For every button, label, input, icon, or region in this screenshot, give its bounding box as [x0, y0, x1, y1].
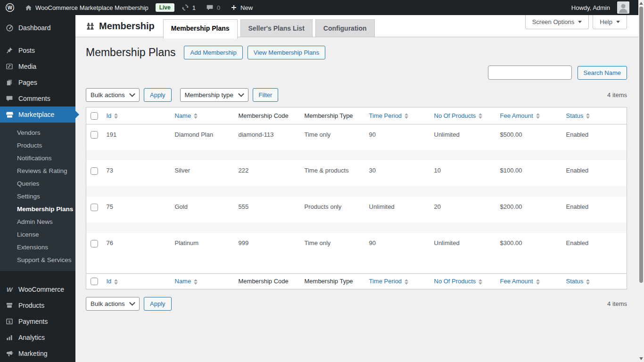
- sidebar-item-marketplace[interactable]: Marketplace: [0, 107, 75, 123]
- membership-type-select-wrap: Membership type: [180, 88, 248, 102]
- bulk-actions-select[interactable]: Bulk actions: [86, 88, 140, 102]
- sidebar-subitem-license[interactable]: License: [0, 228, 75, 241]
- payments-icon: $: [5, 318, 14, 325]
- cell-id: 73: [102, 160, 170, 186]
- scroll-up-icon[interactable]: [639, 2, 643, 5]
- sidebar-item-marketing[interactable]: Marketing: [0, 346, 75, 362]
- membership-type-select[interactable]: Membership type: [180, 88, 248, 102]
- tab-configuration[interactable]: Configuration: [315, 19, 375, 37]
- screen-options-button[interactable]: Screen Options: [525, 15, 589, 29]
- wordpress-menu[interactable]: W: [0, 0, 20, 15]
- items-count-bottom: 4 items: [607, 300, 627, 307]
- admin-bar: W WooCommerce Marketplace Membership Liv…: [0, 0, 638, 15]
- search-name-button[interactable]: Search Name: [578, 66, 627, 80]
- marketplace-submenu: VendorsProductsNotificationsReviews & Ra…: [0, 123, 75, 271]
- howdy-text: Howdy, Admin: [571, 4, 610, 11]
- sidebar-item-posts[interactable]: Posts: [0, 42, 75, 58]
- cell-type: Time only: [300, 124, 364, 150]
- sidebar-subitem-reviews-rating[interactable]: Reviews & Rating: [0, 165, 75, 177]
- cell-id: 76: [102, 233, 170, 273]
- sidebar-subitem-notifications[interactable]: Notifications: [0, 152, 75, 165]
- search-input[interactable]: [488, 66, 572, 80]
- view-membership-plans-button[interactable]: View Membership Plans: [248, 46, 325, 59]
- column-header-no-of-products[interactable]: No Of Products: [429, 273, 495, 289]
- cell-id: 191: [102, 124, 170, 150]
- sidebar-item-woocommerce[interactable]: WWooCommerce: [0, 281, 75, 297]
- updates-link[interactable]: 1: [176, 0, 201, 15]
- filter-button[interactable]: Filter: [253, 88, 279, 102]
- help-button[interactable]: Help: [593, 15, 627, 29]
- add-membership-button[interactable]: Add Membership: [184, 46, 242, 59]
- box-icon: [5, 302, 14, 309]
- column-header-status[interactable]: Status: [561, 273, 627, 289]
- page-scrollbar[interactable]: [638, 0, 644, 362]
- sidebar-subitem-support-services[interactable]: Support & Services: [0, 254, 75, 266]
- sidebar-subitem-queries[interactable]: Queries: [0, 177, 75, 190]
- comments-link[interactable]: 0: [201, 0, 225, 15]
- sort-icon: [114, 113, 118, 119]
- live-badge: Live: [156, 3, 174, 12]
- scroll-down-icon[interactable]: [639, 357, 643, 360]
- row-select-checkbox[interactable]: [91, 167, 98, 175]
- select-all-checkbox[interactable]: [91, 278, 98, 285]
- sidebar-item-analytics[interactable]: Analytics: [0, 329, 75, 346]
- sidebar-subitem-admin-news[interactable]: Admin News: [0, 215, 75, 228]
- column-label: No Of Products: [434, 112, 476, 119]
- update-count: 1: [192, 4, 196, 11]
- column-header-fee-amount[interactable]: Fee Amount: [495, 273, 561, 289]
- column-label: Fee Amount: [500, 278, 533, 285]
- tab-membership-plans[interactable]: Membership Plans: [163, 19, 238, 39]
- app-brand: Membership: [86, 21, 155, 37]
- column-header-no-of-products[interactable]: No Of Products: [429, 107, 495, 124]
- sort-icon: [479, 113, 482, 119]
- sort-icon: [194, 113, 198, 119]
- sidebar-item-comments[interactable]: Comments: [0, 90, 75, 107]
- row-select-checkbox[interactable]: [91, 240, 98, 247]
- sidebar-item-products[interactable]: Products: [0, 297, 75, 313]
- bulk-actions-select-bottom[interactable]: Bulk actions: [86, 297, 140, 311]
- apply-button-bottom[interactable]: Apply: [144, 297, 172, 311]
- scrollbar-thumb[interactable]: [639, 7, 643, 283]
- sidebar-item-payments[interactable]: $Payments: [0, 313, 75, 329]
- wordpress-logo-icon: W: [5, 3, 15, 12]
- column-header-id[interactable]: Id: [102, 107, 170, 124]
- column-label: Membership Code: [239, 278, 289, 285]
- sidebar-subitem-membership-plans[interactable]: Membership Plans: [0, 203, 75, 215]
- sidebar-item-dashboard[interactable]: Dashboard: [0, 20, 75, 36]
- sort-icon: [194, 279, 198, 285]
- column-header-time-period[interactable]: Time Period: [364, 107, 429, 124]
- cell-no_of_products: Unlimited: [429, 233, 495, 273]
- account-menu[interactable]: Howdy, Admin: [566, 0, 635, 15]
- tab-seller-s-plans-list[interactable]: Seller's Plans List: [240, 19, 313, 37]
- cell-no_of_products: 20: [429, 197, 495, 222]
- sidebar-subitem-products[interactable]: Products: [0, 139, 75, 152]
- sidebar-subitem-settings[interactable]: Settings: [0, 190, 75, 203]
- cell-fee_amount: $500.00: [495, 124, 561, 150]
- column-header-time-period[interactable]: Time Period: [364, 273, 429, 289]
- table-row: 75Gold555Products onlyUnlimited20$200.00…: [86, 197, 627, 222]
- new-content-link[interactable]: New: [225, 0, 258, 15]
- apply-button[interactable]: Apply: [144, 88, 172, 102]
- sidebar-item-media[interactable]: Media: [0, 58, 75, 74]
- column-header-status[interactable]: Status: [561, 107, 627, 124]
- update-icon: [182, 4, 189, 11]
- column-header-name[interactable]: Name: [170, 107, 234, 124]
- sidebar-subitem-vendors[interactable]: Vendors: [0, 126, 75, 139]
- column-label: Name: [175, 278, 191, 285]
- sidebar-item-pages[interactable]: Pages: [0, 74, 75, 90]
- site-name-link[interactable]: WooCommerce Marketplace Membership: [20, 0, 154, 15]
- sidebar: DashboardPostsMediaPagesComments Marketp…: [0, 15, 75, 362]
- sidebar-item-label: Marketing: [18, 350, 47, 357]
- cell-id: 75: [102, 197, 170, 222]
- column-label: Status: [566, 278, 584, 285]
- sidebar-item-label: Analytics: [18, 334, 45, 341]
- cell-name: Platinum: [170, 233, 234, 273]
- row-select-checkbox[interactable]: [91, 131, 98, 139]
- column-header-name[interactable]: Name: [170, 273, 234, 289]
- row-select-checkbox[interactable]: [91, 204, 98, 211]
- select-all-checkbox[interactable]: [91, 112, 98, 120]
- cell-time_period: Unlimited: [364, 197, 429, 222]
- column-header-fee-amount[interactable]: Fee Amount: [495, 107, 561, 124]
- sidebar-subitem-extensions[interactable]: Extensions: [0, 241, 75, 254]
- column-header-id[interactable]: Id: [102, 273, 170, 289]
